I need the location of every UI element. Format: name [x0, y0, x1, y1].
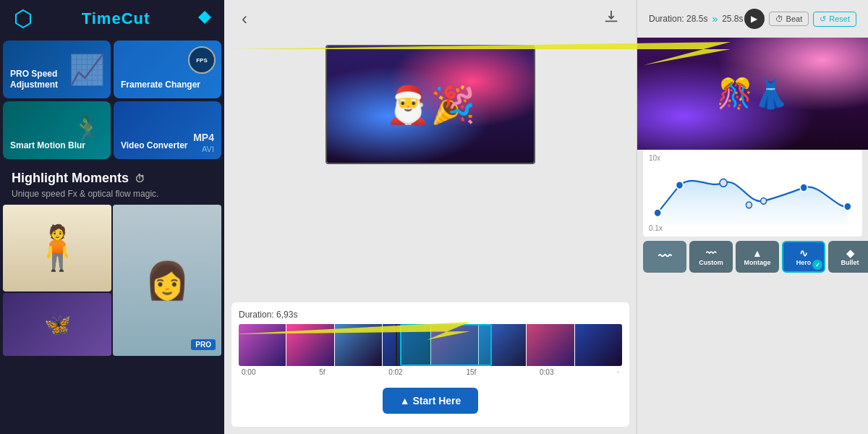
- ruler-end: ·: [617, 368, 619, 376]
- logo-hex-icon: [12, 7, 35, 30]
- party-scene-right: 🎊👗: [637, 38, 868, 150]
- fps-badge: FPS: [188, 46, 216, 74]
- custom-icon: 〰: [706, 247, 716, 259]
- speed-curve-svg: [643, 150, 862, 237]
- bullet-icon: ◆: [846, 247, 854, 259]
- highlight-preview: 🧍 🦋 👩 PRO: [0, 205, 224, 359]
- svg-marker-1: [198, 11, 211, 24]
- speed-mode-hero[interactable]: ∿ Hero ✓: [782, 241, 825, 273]
- pro-badge: PRO: [191, 339, 216, 350]
- bullet-label: Bullet: [841, 259, 859, 266]
- feature-framerate[interactable]: FPS Framerate Changer: [114, 41, 221, 98]
- main-area: ‹ 🎅🎉 Duration: 6,93s: [224, 0, 868, 434]
- back-button[interactable]: ‹: [242, 9, 247, 29]
- sidebar-header: TimeCut: [0, 0, 224, 38]
- cp-7: [844, 203, 851, 210]
- right-panel: Duration: 28.5s » 25.8s ▶ ⏱ Beat ↺ Reset…: [637, 0, 868, 434]
- clock-icon: ⏱: [135, 173, 145, 184]
- timeline-container: Duration: 6,93s 0:00 5f 0:02 15f 0:03 ·: [231, 302, 629, 427]
- highlight-subtitle: Unique speed Fx & optical flow magic.: [12, 189, 213, 199]
- preview-left-col: 🧍 🦋: [3, 205, 111, 356]
- timeline-filmstrip[interactable]: [239, 324, 622, 366]
- arrow-right-icon: »: [712, 13, 718, 25]
- feature-smart-blur[interactable]: 🏃 Smart Motion Blur: [3, 101, 111, 159]
- timeline-ruler: 0:00 5f 0:02 15f 0:03 ·: [239, 368, 622, 376]
- ruler-5f: 5f: [319, 368, 325, 376]
- woman-figure: 👩: [145, 260, 190, 302]
- film-frame-1: [239, 324, 286, 366]
- montage-icon: ▲: [752, 247, 762, 259]
- speed-modes: 〰 〰 Custom ▲ Montage ∿ Hero ✓ ◆ Bullet: [637, 237, 868, 277]
- cp-3: [720, 179, 727, 187]
- highlight-title: Highlight Moments ⏱: [12, 171, 213, 186]
- timeline-cursor: [396, 324, 397, 366]
- film-frame-8: [575, 324, 622, 366]
- start-here-button[interactable]: ▲ Start Here: [383, 388, 479, 414]
- right-panel-duration-info: Duration: 28.5s » 25.8s: [649, 13, 744, 25]
- beat-button[interactable]: ⏱ Beat: [769, 12, 809, 26]
- preview-right-col: 👩 PRO: [113, 205, 221, 356]
- app-title: TimeCut: [82, 9, 150, 28]
- person-figure: 🧍: [30, 226, 85, 270]
- preview-full-right: 👩 PRO: [113, 205, 221, 356]
- reset-button[interactable]: ↺ Reset: [813, 12, 856, 27]
- play-button[interactable]: ▶: [744, 9, 765, 29]
- left-panel-header: ‹: [224, 0, 637, 38]
- highlight-section: Highlight Moments ⏱ Unique speed Fx & op…: [0, 162, 224, 205]
- video-thumbnail-right: 🎊👗: [637, 38, 868, 150]
- right-panel-header: Duration: 28.5s » 25.8s ▶ ⏱ Beat ↺ Reset: [637, 0, 868, 38]
- video-preview-area: 🎅🎉: [224, 38, 637, 302]
- active-check-badge: ✓: [812, 260, 822, 270]
- feature-smart-blur-label: Smart Motion Blur: [10, 140, 103, 152]
- hero-label: Hero: [796, 259, 812, 266]
- ruler-0-03: 0:03: [540, 368, 553, 376]
- film-frame-2: [286, 324, 333, 366]
- feature-grid: 📈 PRO Speed Adjustment FPS Framerate Cha…: [0, 38, 224, 162]
- santa-scene: 🎅🎉: [327, 46, 534, 163]
- cp-2: [676, 182, 683, 190]
- speed-mode-gray[interactable]: 〰: [643, 241, 686, 273]
- feature-video-converter-label: Video Converter: [121, 140, 214, 152]
- timeline-selection[interactable]: [400, 324, 492, 366]
- speed-mode-custom[interactable]: 〰 Custom: [689, 241, 733, 273]
- butterfly-icon: 🦋: [44, 312, 71, 337]
- ruler-0: 0:00: [242, 368, 255, 376]
- speed-mode-montage[interactable]: ▲ Montage: [736, 241, 779, 273]
- feature-framerate-label: Framerate Changer: [121, 80, 214, 91]
- cp-4: [746, 202, 752, 208]
- hero-icon: ∿: [799, 247, 808, 259]
- film-frame-3: [335, 324, 382, 366]
- diamond-icon: [197, 9, 213, 29]
- cp-6: [800, 184, 807, 192]
- svg-marker-0: [16, 10, 30, 27]
- download-button[interactable]: [603, 9, 619, 29]
- duration-after: 25.8s: [722, 14, 743, 24]
- ruler-15f: 15f: [466, 368, 476, 376]
- reset-icon: ↺: [820, 14, 826, 24]
- right-panel-controls: ▶ ⏱ Beat ↺ Reset: [744, 9, 856, 29]
- feature-pro-speed[interactable]: 📈 PRO Speed Adjustment: [3, 41, 111, 98]
- cp-1: [654, 209, 661, 217]
- ruler-0-02: 0:02: [388, 368, 402, 376]
- beat-icon: ⏱: [775, 14, 783, 23]
- film-frame-7: [527, 324, 574, 366]
- speed-mode-bullet[interactable]: ◆ Bullet: [828, 241, 868, 273]
- speed-graph[interactable]: 10x 0.1x: [643, 150, 862, 237]
- duration-before: Duration: 28.5s: [649, 14, 707, 24]
- montage-label: Montage: [744, 259, 771, 266]
- sidebar: TimeCut 📈 PRO Speed Adjustment FPS Frame…: [0, 0, 224, 434]
- timeline-duration: Duration: 6,93s: [239, 310, 622, 320]
- feature-video-converter[interactable]: MP4 AVI Video Converter: [114, 101, 221, 159]
- preview-person-image: 🧍: [3, 205, 111, 292]
- custom-label: Custom: [699, 259, 723, 266]
- left-panel: ‹ 🎅🎉 Duration: 6,93s: [224, 0, 637, 434]
- preview-bottom-image: 🦋: [3, 293, 111, 356]
- cp-5: [761, 198, 767, 205]
- gray-icon: 〰: [658, 250, 671, 265]
- start-here-container: ▲ Start Here: [239, 382, 622, 420]
- video-thumbnail-left: 🎅🎉: [326, 45, 535, 164]
- feature-pro-speed-label: PRO Speed Adjustment: [10, 69, 103, 91]
